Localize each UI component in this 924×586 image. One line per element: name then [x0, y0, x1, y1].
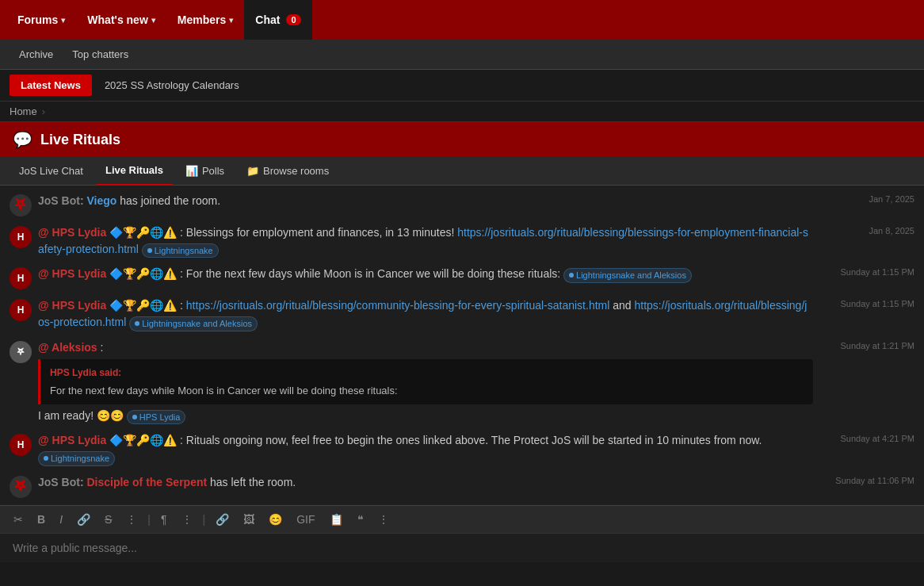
chat-area: ⛧ JoS Bot: Viego has joined the room. Ja… [0, 186, 924, 505]
joined-username[interactable]: Viego [86, 194, 116, 207]
message-timestamp: Sunday at 1:15 PM [819, 297, 914, 308]
avatar: H [10, 226, 32, 248]
left-username[interactable]: Disciple of the Serpent [86, 476, 207, 488]
top-nav: Forums ▾ What's new ▾ Members ▾ Chat 0 [0, 0, 924, 40]
nav-forums[interactable]: Forums ▾ [6, 0, 76, 40]
message-toolbar: ✂ B I 🔗 S ⋮ | ¶ ⋮ | 🔗 🖼 😊 GIF 📋 ❝ ⋮ [0, 505, 924, 533]
message-input[interactable] [13, 542, 911, 554]
tab-live-rituals[interactable]: Live Rituals [96, 157, 173, 186]
toolbar-image-btn[interactable]: 🖼 [239, 511, 258, 528]
nav-members[interactable]: Members ▾ [166, 0, 244, 40]
news-article-link[interactable]: 2025 SS Astrology Calendars [105, 79, 239, 91]
toolbar-hyperlink-btn[interactable]: 🔗 [212, 511, 233, 528]
browse-rooms-icon: 📁 [246, 165, 259, 177]
avatar: H [10, 299, 32, 321]
avatar: ⛧ [10, 194, 32, 216]
tab-browse-rooms[interactable]: 📁 Browse rooms [237, 157, 338, 186]
message-timestamp: Sunday at 1:21 PM [819, 339, 914, 350]
toolbar-gif-btn[interactable]: GIF [292, 511, 319, 528]
user-badges: 🔷🏆🔑🌐⚠️ [109, 299, 177, 312]
table-row: ⛧ JoS Bot: Disciple of the Serpent has l… [0, 470, 924, 502]
whats-new-arrow-icon: ▾ [151, 16, 155, 25]
subnav-archive[interactable]: Archive [10, 40, 63, 70]
bot-username: JoS Bot: [38, 476, 86, 488]
avatar: H [10, 267, 32, 289]
username[interactable]: @ HPS Lydia [38, 226, 106, 239]
live-rituals-title: Live Rituals [40, 132, 120, 148]
table-row: ⛧ @ Aleksios : HPS Lydia said: For the n… [0, 335, 924, 429]
tab-jos-live-chat[interactable]: JoS Live Chat [10, 157, 93, 186]
toolbar-more2-btn[interactable]: ⋮ [178, 511, 197, 528]
toolbar-bold-btn[interactable]: B [33, 511, 49, 528]
message-content: @ Aleksios : HPS Lydia said: For the nex… [38, 339, 813, 425]
live-rituals-header: 💬 Live Rituals [0, 122, 924, 157]
chat-tabs: JoS Live Chat Live Rituals 📊 Polls 📁 Bro… [0, 157, 924, 186]
toolbar-separator2: | [203, 513, 206, 526]
table-row: H @ HPS Lydia 🔷🏆🔑🌐⚠️ : https://josritual… [0, 293, 924, 335]
table-row: ⛧ JoS Bot: Viego has joined the room. Ja… [0, 189, 924, 220]
table-row: H @ HPS Lydia 🔷🏆🔑🌐⚠️ : For the next few … [0, 262, 924, 293]
table-row: H @ HPS Lydia 🔷🏆🔑🌐⚠️ : Blessings for emp… [0, 220, 924, 262]
message-timestamp: Sunday at 1:15 PM [819, 266, 914, 277]
toolbar-more3-btn[interactable]: ⋮ [374, 511, 393, 528]
toolbar-strikethrough-btn[interactable]: S [101, 511, 116, 528]
table-row: H @ HPS Lydia 🔷🏆🔑🌐⚠️ : Rituals ongoing n… [0, 428, 924, 469]
toolbar-paragraph-btn[interactable]: ¶ [157, 511, 171, 528]
sub-nav: Archive Top chatters [0, 40, 924, 70]
mention-tag[interactable]: Lightningsnake [38, 451, 115, 466]
tab-polls[interactable]: 📊 Polls [176, 157, 234, 186]
message-content: @ HPS Lydia 🔷🏆🔑🌐⚠️ : For the next few da… [38, 266, 813, 282]
user-badges: 🔷🏆🔑🌐⚠️ [109, 267, 177, 280]
mention-tag[interactable]: Lightningsnake and Aleksios [129, 316, 258, 331]
avatar: ⛧ [10, 476, 32, 498]
breadcrumb-home[interactable]: Home [10, 105, 37, 117]
subnav-top-chatters[interactable]: Top chatters [63, 40, 138, 70]
quote-block: HPS Lydia said: For the next few days wh… [38, 359, 813, 405]
message-content: @ HPS Lydia 🔷🏆🔑🌐⚠️ : Blessings for emplo… [38, 224, 813, 258]
message-input-area [0, 533, 924, 562]
news-bar: Latest News 2025 SS Astrology Calendars [0, 70, 924, 101]
members-arrow-icon: ▾ [229, 16, 233, 25]
message-timestamp: Sunday at 4:21 PM [819, 432, 914, 443]
forums-arrow-icon: ▾ [61, 16, 65, 25]
toolbar-link-btn[interactable]: 🔗 [73, 511, 94, 528]
toolbar-separator: | [147, 513, 151, 526]
breadcrumb-separator: › [42, 105, 45, 117]
message-timestamp: Jan 8, 2025 [819, 224, 914, 236]
message-content: @ HPS Lydia 🔷🏆🔑🌐⚠️ : https://josrituals.… [38, 297, 813, 331]
chat-badge: 0 [286, 14, 300, 25]
mention-tag[interactable]: Lightningsnake and Aleksios [563, 268, 692, 283]
avatar: H [10, 434, 32, 456]
username[interactable]: @ HPS Lydia [38, 434, 106, 446]
avatar: ⛧ [10, 341, 32, 363]
chat-bubble-icon: 💬 [13, 130, 32, 149]
message-content: JoS Bot: Disciple of the Serpent has lef… [38, 474, 813, 491]
latest-news-button[interactable]: Latest News [10, 75, 92, 96]
bot-username: JoS Bot: [38, 194, 86, 207]
message-content: JoS Bot: Viego has joined the room. [38, 193, 813, 209]
toolbar-italic-btn[interactable]: I [55, 511, 67, 528]
toolbar-scissors-btn[interactable]: ✂ [10, 511, 27, 528]
polls-icon: 📊 [185, 165, 198, 177]
quote-author: HPS Lydia said: [50, 366, 804, 380]
nav-whats-new[interactable]: What's new ▾ [76, 0, 166, 40]
username[interactable]: @ HPS Lydia [38, 299, 106, 312]
breadcrumb: Home › [0, 101, 924, 122]
username[interactable]: @ HPS Lydia [38, 267, 106, 280]
user-badges: 🔷🏆🔑🌐⚠️ [109, 226, 177, 239]
user-badges: 🔷🏆🔑🌐⚠️ [109, 434, 177, 446]
message-timestamp: Jan 7, 2025 [819, 193, 914, 204]
toolbar-emoji-btn[interactable]: 😊 [265, 511, 286, 528]
mention-tag[interactable]: Lightningsnake [142, 243, 219, 259]
mention-tag[interactable]: HPS Lydia [127, 410, 186, 425]
toolbar-quote-btn[interactable]: ❝ [353, 511, 368, 528]
message-content: @ HPS Lydia 🔷🏆🔑🌐⚠️ : Rituals ongoing now… [38, 432, 813, 465]
quote-text: For the next few days while Moon is in C… [50, 383, 804, 399]
toolbar-more-btn[interactable]: ⋮ [122, 511, 141, 528]
username[interactable]: @ Aleksios [38, 341, 97, 354]
message-timestamp: Sunday at 11:06 PM [819, 474, 914, 485]
toolbar-clipboard-btn[interactable]: 📋 [326, 511, 347, 528]
community-blessing-link[interactable]: https://josrituals.org/ritual/blessing/c… [186, 299, 610, 312]
nav-chat[interactable]: Chat 0 [244, 0, 311, 40]
